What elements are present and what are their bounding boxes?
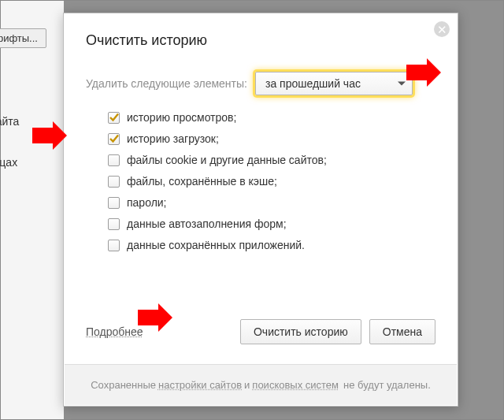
footer-link-search-engines[interactable]: поисковых систем	[252, 379, 339, 391]
annotation-arrow-clear-button	[138, 303, 172, 332]
option-row[interactable]: файлы, сохранённые в кэше;	[108, 175, 435, 188]
clear-history-dialog: ✕ Очистить историю Удалить следующие эле…	[63, 13, 458, 407]
option-row[interactable]: историю просмотров;	[108, 111, 435, 124]
dialog-title: Очистить историю	[86, 32, 207, 49]
annotation-arrow-checkboxes	[32, 121, 67, 150]
period-label: Удалить следующие элементы:	[86, 77, 247, 90]
options-list: историю просмотров;историю загрузок;файл…	[108, 111, 435, 251]
checkbox[interactable]	[108, 133, 120, 145]
option-row[interactable]: историю загрузок;	[108, 132, 435, 145]
fonts-button[interactable]: Шрифты...	[0, 28, 46, 48]
checkbox[interactable]	[108, 218, 120, 230]
close-button[interactable]: ✕	[434, 21, 450, 37]
period-select-value: за прошедший час	[265, 77, 361, 90]
bg-text-site: и сайта	[0, 115, 19, 128]
option-row[interactable]: данные автозаполнения форм;	[108, 217, 435, 230]
option-label: пароли;	[127, 196, 167, 209]
background-panel	[1, 1, 64, 419]
annotation-arrow-select	[406, 58, 441, 87]
option-row[interactable]: файлы cookie и другие данные сайтов;	[108, 154, 435, 166]
footer-text-2: и	[244, 379, 250, 391]
checkbox[interactable]	[108, 176, 120, 188]
cancel-button[interactable]: Отмена	[369, 319, 435, 344]
option-label: файлы cookie и другие данные сайтов;	[127, 154, 327, 166]
option-label: файлы, сохранённые в кэше;	[127, 175, 277, 188]
clear-history-button[interactable]: Очистить историю	[240, 319, 361, 344]
chevron-down-icon	[398, 82, 406, 86]
option-label: историю загрузок;	[127, 132, 219, 145]
dialog-footer: Сохраненные настройки сайтов и поисковых…	[65, 364, 457, 405]
checkbox[interactable]	[108, 240, 120, 251]
option-label: историю просмотров;	[127, 111, 236, 124]
footer-text-3: не будут удалены.	[343, 379, 431, 391]
option-row[interactable]: данные сохранённых приложений.	[108, 239, 435, 251]
footer-text-1: Сохраненные	[91, 379, 156, 391]
option-label: данные сохранённых приложений.	[127, 239, 305, 251]
option-label: данные автозаполнения форм;	[127, 217, 287, 230]
option-row[interactable]: пароли;	[108, 196, 435, 209]
period-row: Удалить следующие элементы: за прошедший…	[86, 72, 413, 95]
checkbox[interactable]	[108, 197, 120, 209]
bg-text-pages: аницах	[0, 156, 17, 169]
checkbox[interactable]	[108, 154, 120, 166]
footer-link-site-settings[interactable]: настройки сайтов	[158, 379, 242, 391]
period-select[interactable]: за прошедший час	[255, 72, 413, 95]
checkbox[interactable]	[108, 112, 120, 124]
details-link[interactable]: Подробнее	[86, 325, 143, 338]
close-icon: ✕	[437, 24, 447, 35]
